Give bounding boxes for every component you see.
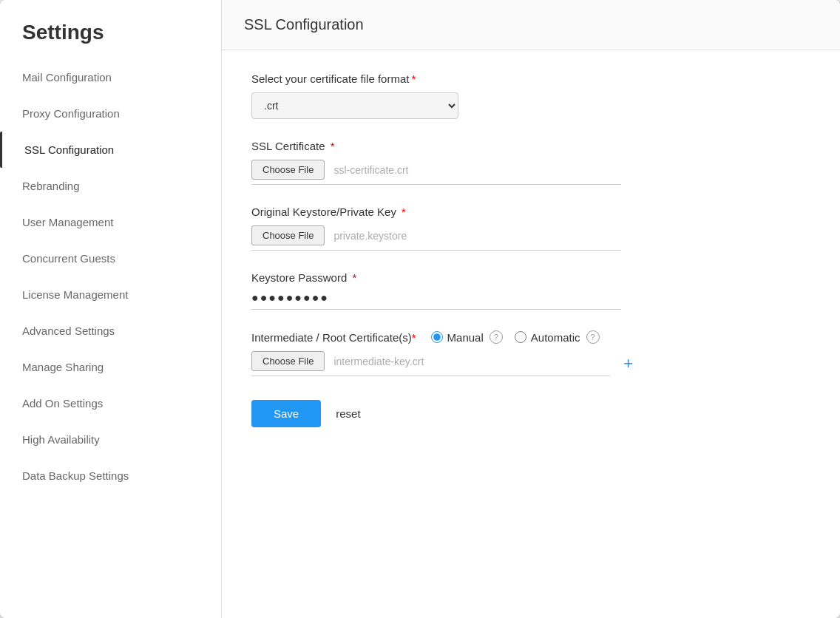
manual-radio[interactable] bbox=[431, 331, 443, 343]
password-label: Keystore Password * bbox=[251, 271, 810, 284]
sidebar-item-add-on-settings[interactable]: Add On Settings bbox=[0, 385, 221, 421]
sidebar-item-manage-sharing[interactable]: Manage Sharing bbox=[0, 349, 221, 385]
manual-label: Manual bbox=[447, 331, 484, 344]
ssl-cert-file-row: Choose File ssl-certificate.crt bbox=[251, 160, 621, 185]
cert-format-select[interactable]: .crt.pem.pfx bbox=[251, 92, 458, 119]
cert-format-section: Select your certificate file format* .cr… bbox=[251, 72, 810, 119]
main-content: SSL Configuration Select your certificat… bbox=[222, 0, 840, 618]
intermediate-filename: intermediate-key.crt bbox=[333, 356, 610, 367]
keystore-choose-button[interactable]: Choose File bbox=[251, 225, 325, 245]
sidebar: Settings Mail ConfigurationProxy Configu… bbox=[0, 0, 222, 618]
keystore-section: Original Keystore/Private Key * Choose F… bbox=[251, 206, 810, 251]
sidebar-item-data-backup-settings[interactable]: Data Backup Settings bbox=[0, 458, 221, 494]
sidebar-item-proxy-configuration[interactable]: Proxy Configuration bbox=[0, 95, 221, 132]
intermediate-section: Intermediate / Root Certificate(s)* Manu… bbox=[251, 330, 810, 376]
automatic-label: Automatic bbox=[531, 331, 580, 344]
sidebar-item-high-availability[interactable]: High Availability bbox=[0, 421, 221, 458]
manual-help-icon[interactable]: ? bbox=[490, 330, 503, 344]
ssl-cert-filename: ssl-certificate.crt bbox=[333, 164, 621, 176]
sidebar-item-rebranding[interactable]: Rebranding bbox=[0, 168, 221, 204]
main-body: Select your certificate file format* .cr… bbox=[222, 50, 840, 449]
sidebar-item-mail-configuration[interactable]: Mail Configuration bbox=[0, 59, 221, 95]
intermediate-label: Intermediate / Root Certificate(s)* bbox=[251, 331, 416, 344]
page-title: SSL Configuration bbox=[244, 16, 818, 33]
reset-button[interactable]: reset bbox=[336, 407, 360, 420]
intermediate-file-row: Choose File intermediate-key.crt bbox=[251, 351, 610, 376]
ssl-cert-label: SSL Certificate * bbox=[251, 140, 810, 152]
automatic-radio-option[interactable]: Automatic ? bbox=[515, 330, 600, 344]
intermediate-file-row-container: Choose File intermediate-key.crt + bbox=[251, 351, 636, 376]
sidebar-item-concurrent-guests[interactable]: Concurrent Guests bbox=[0, 240, 221, 276]
password-section: Keystore Password * ●●●●●●●●● bbox=[251, 271, 810, 310]
ssl-cert-choose-button[interactable]: Choose File bbox=[251, 160, 325, 180]
cert-format-label: Select your certificate file format* bbox=[251, 72, 810, 85]
intermediate-radio-group: Intermediate / Root Certificate(s)* Manu… bbox=[251, 330, 810, 344]
keystore-label: Original Keystore/Private Key * bbox=[251, 206, 810, 218]
intermediate-choose-button[interactable]: Choose File bbox=[251, 351, 325, 371]
sidebar-item-advanced-settings[interactable]: Advanced Settings bbox=[0, 313, 221, 349]
main-header: SSL Configuration bbox=[222, 0, 840, 50]
keystore-file-row: Choose File private.keystore bbox=[251, 225, 621, 251]
action-row: Save reset bbox=[251, 400, 810, 427]
intermediate-options: Manual ? Automatic ? bbox=[431, 330, 600, 344]
sidebar-item-license-management[interactable]: License Management bbox=[0, 276, 221, 313]
sidebar-item-user-management[interactable]: User Management bbox=[0, 204, 221, 240]
manual-radio-option[interactable]: Manual ? bbox=[431, 330, 503, 344]
automatic-help-icon[interactable]: ? bbox=[586, 330, 600, 344]
save-button[interactable]: Save bbox=[251, 400, 321, 427]
ssl-cert-section: SSL Certificate * Choose File ssl-certif… bbox=[251, 140, 810, 185]
sidebar-nav: Mail ConfigurationProxy ConfigurationSSL… bbox=[0, 59, 221, 494]
password-value: ●●●●●●●●● bbox=[251, 291, 621, 310]
add-intermediate-button[interactable]: + bbox=[620, 356, 636, 372]
keystore-filename: private.keystore bbox=[333, 230, 621, 242]
sidebar-title: Settings bbox=[0, 0, 221, 59]
automatic-radio[interactable] bbox=[515, 331, 526, 343]
sidebar-item-ssl-configuration[interactable]: SSL Configuration bbox=[0, 132, 222, 168]
